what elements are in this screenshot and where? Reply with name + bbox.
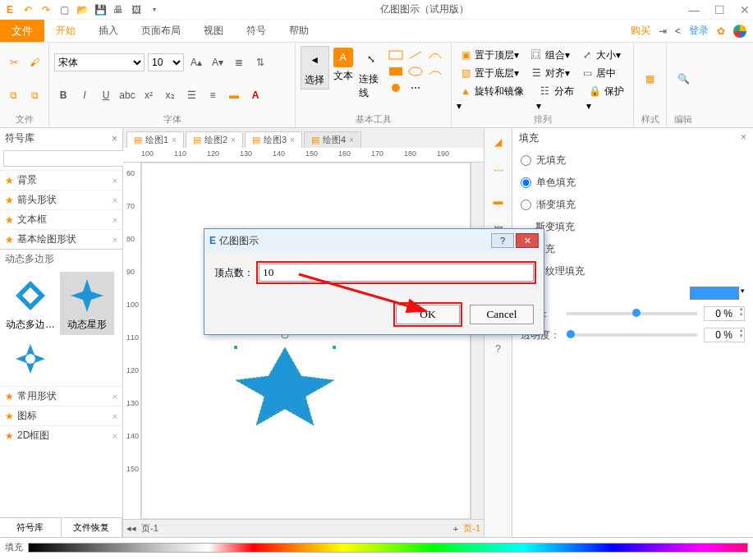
font-color-icon[interactable]: A — [246, 86, 264, 104]
shape-dynamic-star[interactable]: 动态星形 — [60, 272, 114, 335]
doctab-2[interactable]: ▤绘图2× — [186, 131, 243, 148]
shape-ellipse[interactable] — [406, 64, 425, 79]
vertex-input[interactable] — [259, 264, 534, 282]
ok-button[interactable]: OK — [396, 305, 460, 324]
italic-icon[interactable]: I — [76, 86, 94, 104]
page-nav-prev[interactable]: ◂◂ — [126, 523, 136, 534]
send-back[interactable]: ▧置于底层▾ — [457, 64, 519, 82]
open-icon[interactable]: 📂 — [76, 3, 89, 16]
bold-icon[interactable]: B — [54, 86, 72, 104]
brightness-value[interactable]: 0 % — [704, 306, 745, 321]
brightness-slider[interactable] — [567, 312, 697, 315]
qat-dropdown-icon[interactable]: ▾ — [148, 3, 161, 16]
text-tool[interactable]: A文本 — [329, 46, 357, 85]
tab-view[interactable]: 视图 — [192, 20, 235, 42]
close-button[interactable]: ✕ — [740, 3, 750, 16]
page-add[interactable]: + — [453, 524, 458, 534]
cancel-button[interactable]: Cancel — [470, 305, 534, 324]
settings-icon[interactable]: ✿ — [717, 25, 725, 37]
scrollbar-vertical[interactable] — [471, 163, 484, 519]
connector-tool[interactable]: ⤡连接线 — [357, 46, 385, 102]
save-icon[interactable]: 💾 — [94, 3, 107, 16]
cat-basic-shapes[interactable]: ★基本绘图形状× — [0, 229, 122, 249]
fill-bucket-icon[interactable]: ◢ — [489, 133, 507, 151]
share-icon[interactable]: < — [675, 25, 681, 37]
cat-textbox[interactable]: ★文本框× — [0, 209, 122, 229]
tab-file-recovery[interactable]: 文件恢复 — [62, 518, 123, 537]
style-icon[interactable]: ▦ — [639, 67, 662, 90]
preview-icon[interactable]: 🖼 — [130, 3, 143, 16]
shape-rect[interactable] — [387, 48, 405, 62]
dialog-help-icon[interactable]: ? — [491, 233, 514, 248]
rotate-mirror[interactable]: ▲旋转和镜像▾ — [457, 82, 528, 112]
doctab-3[interactable]: ▤绘图3× — [245, 131, 302, 148]
format-painter-icon[interactable]: 🖌 — [26, 53, 44, 71]
tab-home[interactable]: 开始 — [44, 20, 87, 42]
line-style-icon[interactable]: 〰 — [489, 163, 507, 181]
shape-rect-fill[interactable] — [387, 64, 405, 79]
strike-icon[interactable]: abc — [118, 86, 136, 104]
opt-no-fill[interactable]: 无填充 — [521, 154, 745, 168]
subcat-dynamic-polygon[interactable]: 动态多边形 — [0, 249, 122, 269]
cat-2d-frame[interactable]: ★2D框图× — [0, 425, 122, 445]
shadow-icon[interactable]: ▬ — [489, 192, 507, 210]
undo-icon[interactable]: ↶ — [21, 3, 34, 16]
doctab-1[interactable]: ▤绘图1× — [126, 131, 184, 148]
group[interactable]: ⿴组合▾ — [527, 46, 570, 64]
shape-line[interactable] — [406, 48, 425, 62]
edit-icon[interactable]: 🔍 — [672, 67, 695, 90]
distribute[interactable]: ☷分布▾ — [536, 82, 578, 112]
canvas[interactable] — [141, 163, 471, 519]
help-icon[interactable]: ? — [489, 340, 507, 358]
opt-gradient-fill[interactable]: 渐变填充 — [521, 198, 745, 212]
underline-icon[interactable]: U — [97, 86, 115, 104]
bullets-icon[interactable]: ≣ — [230, 53, 248, 71]
login-link[interactable]: 登录 — [689, 24, 709, 38]
center[interactable]: ▭居中 — [578, 64, 616, 82]
line-spacing-icon[interactable]: ⇅ — [251, 53, 269, 71]
font-size-select[interactable]: 10 — [148, 53, 184, 71]
panel-close-icon[interactable]: × — [112, 133, 117, 145]
bring-front[interactable]: ▣置于顶层▾ — [457, 46, 519, 64]
opt-solid-fill[interactable]: 单色填充 — [521, 176, 745, 190]
paste-icon[interactable]: ⧉ — [26, 86, 44, 104]
color-palette-strip[interactable] — [28, 543, 748, 553]
copy-icon[interactable]: ⧉ — [5, 86, 23, 104]
tab-insert[interactable]: 插入 — [87, 20, 130, 42]
tab-help[interactable]: 帮助 — [278, 20, 320, 42]
new-icon[interactable]: ▢ — [57, 3, 71, 16]
size[interactable]: ⤢大小▾ — [578, 46, 621, 64]
highlight-icon[interactable]: ▬ — [225, 86, 243, 104]
cut-icon[interactable]: ✂ — [5, 53, 23, 71]
opacity-value[interactable]: 0 % — [704, 328, 745, 342]
print-icon[interactable]: 🖶 — [112, 3, 125, 16]
tab-symbol-lib[interactable]: 符号库 — [0, 518, 62, 537]
cat-icons[interactable]: ★图标× — [0, 406, 122, 425]
font-family-select[interactable]: 宋体 — [54, 53, 145, 71]
shape-more[interactable]: ⋯ — [406, 80, 425, 95]
cat-background[interactable]: ★背景× — [0, 170, 122, 190]
tab-page-layout[interactable]: 页面布局 — [130, 20, 192, 42]
shape-circle-fill[interactable] — [387, 80, 405, 95]
redo-icon[interactable]: ↷ — [39, 3, 53, 16]
decrease-font-icon[interactable]: A▾ — [209, 53, 227, 71]
valign-icon[interactable]: ≡ — [204, 86, 222, 104]
shape-dynamic-star-hollow[interactable] — [3, 335, 57, 383]
shape-curve[interactable] — [426, 48, 444, 62]
fill-panel-close-icon[interactable]: × — [741, 131, 746, 145]
export-icon[interactable]: ⇥ — [659, 25, 667, 37]
minimize-button[interactable]: — — [688, 3, 700, 16]
tab-symbols[interactable]: 符号 — [235, 20, 278, 42]
buy-link[interactable]: 购买 — [631, 24, 650, 38]
page-1-right[interactable]: 页-1 — [463, 522, 480, 535]
protect[interactable]: 🔒保护▾ — [586, 82, 628, 112]
doctab-close-icon[interactable]: × — [172, 135, 177, 145]
shape-dynamic-polygon[interactable]: 动态多边… — [3, 272, 57, 335]
page-1-left[interactable]: 页-1 — [141, 522, 158, 535]
cat-arrows[interactable]: ★箭头形状× — [0, 190, 122, 209]
fill-color-swatch[interactable] — [690, 287, 739, 300]
align[interactable]: ☰对齐▾ — [527, 64, 570, 82]
select-tool[interactable]: ◄选择 — [301, 46, 329, 90]
align-icon[interactable]: ☰ — [182, 86, 200, 104]
cat-common[interactable]: ★常用形状× — [0, 386, 122, 406]
